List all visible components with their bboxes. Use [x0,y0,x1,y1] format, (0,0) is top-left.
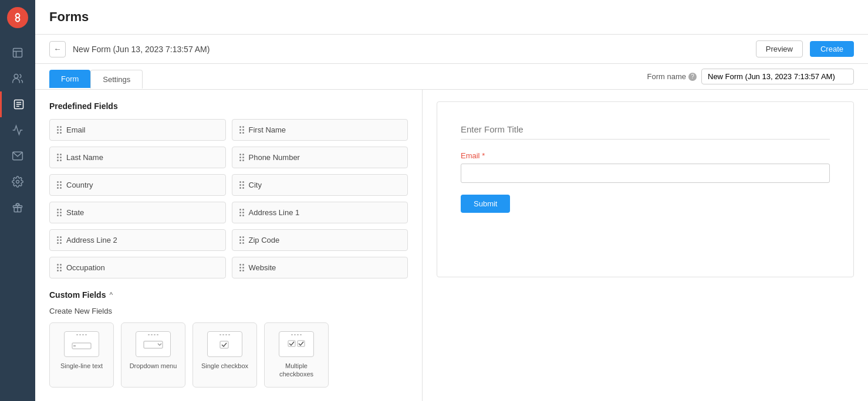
form-name-input[interactable] [701,69,854,84]
preview-button[interactable]: Preview [756,40,803,57]
field-website[interactable]: Website [232,257,408,278]
sidebar-item-settings[interactable] [0,169,35,195]
drag-handle-zip [239,236,244,244]
card-dots [219,334,230,335]
form-name-label: Form name ? [647,72,697,81]
drag-handle-occupation [57,264,62,271]
field-phone-label: Phone Number [249,153,300,162]
app-logo[interactable] [7,7,28,28]
single-line-label: Single-line text [60,362,103,370]
drag-handle-address1 [239,209,244,216]
single-line-icon [64,331,99,357]
sub-header: ← New Form (Jun 13, 2023 7:13:57 AM) Pre… [35,35,868,64]
tabs-row: Form Settings Form name ? [35,64,868,90]
drag-handle-state [57,209,62,216]
main-area: Forms ← New Form (Jun 13, 2023 7:13:57 A… [35,0,868,401]
field-last-name-label: Last Name [66,153,103,162]
field-first-name[interactable]: First Name [232,119,408,141]
card-dots [76,334,87,335]
svg-rect-0 [13,49,22,57]
field-website-label: Website [249,263,276,272]
predefined-fields-title: Predefined Fields [49,101,408,111]
drag-handle-city [239,181,244,189]
content-area: Predefined Fields Email First Name [35,90,868,401]
right-panel: Email * Submit [423,90,868,401]
create-button[interactable]: Create [810,41,854,57]
sidebar-item-users[interactable] [0,66,35,91]
svg-rect-16 [288,341,295,346]
field-state-label: State [66,208,84,217]
tab-form[interactable]: Form [49,70,90,88]
dropdown-label: Dropdown menu [130,362,177,370]
page-title: Forms [49,9,89,24]
help-icon: ? [688,73,697,81]
sidebar [0,0,35,401]
left-panel: Predefined Fields Email First Name [35,90,423,401]
custom-fields-header: Custom Fields ^ [49,290,408,300]
page-header: Forms [35,0,868,35]
field-occupation-label: Occupation [66,263,105,272]
custom-field-multi-checkbox[interactable]: Multiple checkboxes [264,322,329,388]
card-dots [148,334,158,335]
svg-rect-15 [220,341,228,348]
form-title-input[interactable] [461,120,830,140]
submit-button[interactable]: Submit [461,195,510,213]
tab-settings[interactable]: Settings [90,70,143,89]
drag-handle-last-name [57,154,62,161]
sidebar-item-analytics[interactable] [0,117,35,143]
field-first-name-label: First Name [249,125,286,134]
drag-handle-address2 [57,236,62,244]
form-title-text: New Form (Jun 13, 2023 7:13:57 AM) [73,45,749,54]
svg-rect-17 [298,341,305,346]
field-phone-number[interactable]: Phone Number [232,147,408,168]
custom-field-dropdown[interactable]: Dropdown menu [121,322,185,388]
chevron-up-icon: ^ [109,291,113,299]
field-address2-label: Address Line 2 [66,236,117,244]
form-name-row: Form name ? [647,69,854,89]
field-zip[interactable]: Zip Code [232,229,408,251]
field-zip-label: Zip Code [249,236,280,244]
field-country-label: Country [66,181,93,189]
dropdown-icon [136,331,171,357]
back-button[interactable]: ← [49,41,66,57]
single-checkbox-icon [207,331,242,357]
custom-field-single-checkbox[interactable]: Single checkbox [192,322,257,388]
email-field-label: Email * [461,151,830,160]
field-address1[interactable]: Address Line 1 [232,202,408,223]
field-email[interactable]: Email [49,119,226,141]
svg-point-9 [16,181,19,183]
field-address1-label: Address Line 1 [249,208,300,217]
sidebar-item-forms[interactable] [0,91,35,117]
predefined-fields-grid: Email First Name Last Name [49,119,408,278]
field-last-name[interactable]: Last Name [49,147,226,168]
svg-point-3 [14,74,18,79]
drag-handle-email [57,126,62,134]
form-preview: Email * Submit [437,101,854,277]
custom-field-single-line[interactable]: Single-line text [49,322,114,388]
card-dots [291,334,302,335]
field-country[interactable]: Country [49,174,226,196]
single-checkbox-label: Single checkbox [201,362,248,370]
drag-handle-country [57,181,62,189]
field-city-label: City [249,181,262,189]
sidebar-item-contacts[interactable] [0,40,35,66]
required-star: * [482,151,485,160]
field-address2[interactable]: Address Line 2 [49,229,226,251]
drag-handle-phone [239,154,244,161]
field-email-label: Email [66,125,86,134]
field-city[interactable]: City [232,174,408,196]
field-state[interactable]: State [49,202,226,223]
sidebar-item-email[interactable] [0,143,35,169]
email-input-preview[interactable] [461,164,830,183]
multi-checkbox-label: Multiple checkboxes [271,362,322,379]
custom-fields-title: Custom Fields [49,290,106,300]
create-new-label: Create New Fields [49,307,408,315]
custom-fields-grid: Single-line text Dropdown menu [49,322,408,388]
sidebar-item-gifts[interactable] [0,195,35,220]
drag-handle-first-name [239,126,244,134]
drag-handle-website [239,264,244,271]
multi-checkbox-icon [279,331,314,357]
field-occupation[interactable]: Occupation [49,257,226,278]
